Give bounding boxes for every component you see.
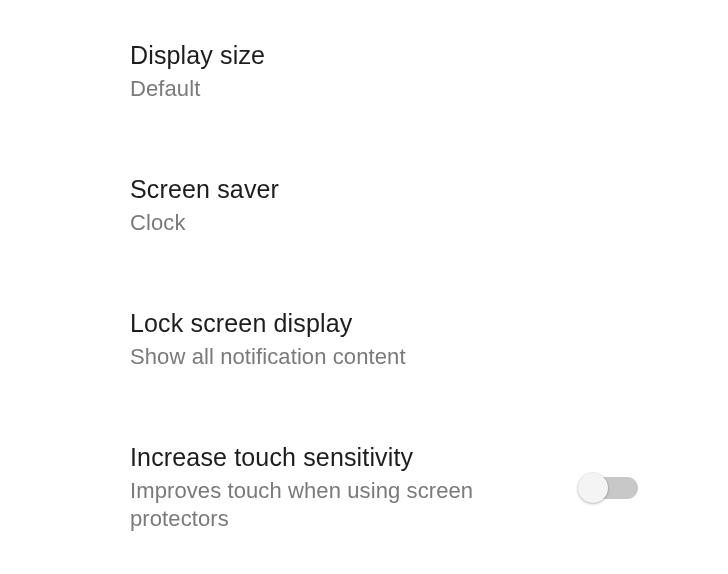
item-text: Increase touch sensitivity Improves touc…: [130, 442, 582, 534]
item-text: Screen saver Clock: [130, 174, 638, 238]
settings-item-lock-screen-display[interactable]: Lock screen display Show all notificatio…: [130, 308, 638, 442]
touch-sensitivity-switch[interactable]: [582, 477, 638, 499]
item-title: Display size: [130, 40, 608, 71]
item-title: Screen saver: [130, 174, 608, 205]
item-text: Display size Default: [130, 40, 638, 104]
item-subtitle: Default: [130, 75, 608, 104]
settings-list: Display size Default Screen saver Clock …: [0, 0, 728, 574]
switch-knob: [578, 473, 608, 503]
item-subtitle: Improves touch when using screen protect…: [130, 477, 552, 534]
item-subtitle: Clock: [130, 209, 608, 238]
settings-item-increase-touch-sensitivity[interactable]: Increase touch sensitivity Improves touc…: [130, 442, 638, 574]
item-title: Lock screen display: [130, 308, 608, 339]
settings-item-display-size[interactable]: Display size Default: [130, 40, 638, 174]
settings-item-screen-saver[interactable]: Screen saver Clock: [130, 174, 638, 308]
item-subtitle: Show all notification content: [130, 343, 608, 372]
item-title: Increase touch sensitivity: [130, 442, 552, 473]
item-text: Lock screen display Show all notificatio…: [130, 308, 638, 372]
